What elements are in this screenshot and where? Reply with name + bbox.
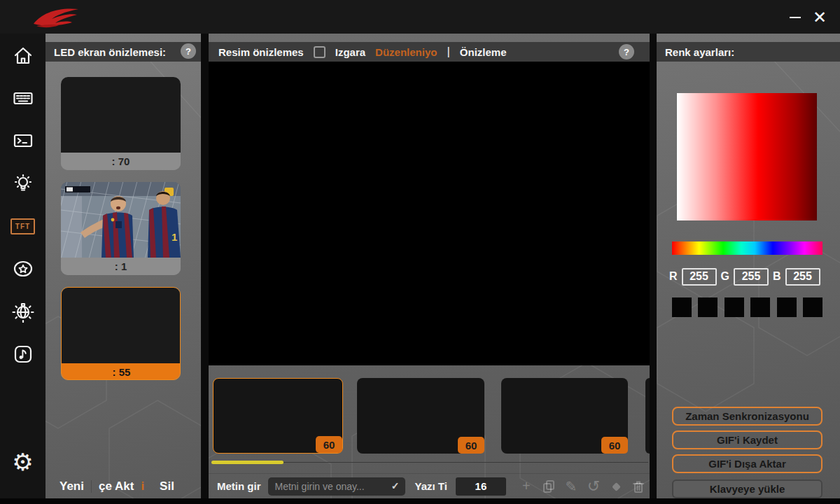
led-thumb-label-2: : 1 xyxy=(61,258,181,275)
r-label: R xyxy=(669,270,678,283)
led-thumb-black-3 xyxy=(62,288,181,363)
image-preview-label: Resim önizlemes xyxy=(218,46,304,58)
led-playlist-item-1[interactable]: : 70 xyxy=(61,77,181,170)
animation-frame-1-selected[interactable]: 60 xyxy=(213,378,343,454)
animation-frame-3[interactable]: 60 xyxy=(501,378,628,454)
new-button[interactable]: Yeni xyxy=(59,479,84,493)
home-icon xyxy=(13,46,34,66)
erase-frame-button[interactable] xyxy=(606,476,626,497)
copy-icon xyxy=(540,478,557,495)
sidebar-item-settings[interactable]: ⚙ xyxy=(0,447,46,477)
save-gif-button[interactable]: GIF'i Kaydet xyxy=(672,430,822,449)
delete-frame-button[interactable] xyxy=(628,476,649,497)
copy-frame-button[interactable] xyxy=(538,476,559,497)
pencil-icon: ✎ xyxy=(566,478,578,495)
import-button[interactable]: çe Akt xyxy=(99,479,134,493)
time-sync-button[interactable]: Zaman Senkronizasyonu xyxy=(672,407,822,426)
color-panel-header: Renk ayarları: xyxy=(657,42,840,62)
led-playlist-item-2[interactable]: 1 : 1 xyxy=(61,182,181,275)
b-input[interactable] xyxy=(785,268,820,286)
color-swatch-1[interactable] xyxy=(672,298,692,317)
sidebar-item-lighting[interactable] xyxy=(0,168,46,199)
sidebar-item-home[interactable] xyxy=(0,41,46,71)
saturation-value-picker[interactable] xyxy=(677,93,817,220)
music-note-icon xyxy=(13,344,34,365)
led-thumb-label-3: : 55 xyxy=(62,363,181,380)
led-panel-header: LED ekran önizlemesi: ? xyxy=(46,42,201,62)
add-frame-button[interactable]: + xyxy=(516,476,537,497)
color-swatch-2[interactable] xyxy=(698,298,718,317)
r-input[interactable] xyxy=(682,268,717,286)
led-playlist-item-3-selected[interactable]: : 55 xyxy=(61,287,181,380)
bottom-edge-strip xyxy=(0,498,840,504)
sidebar-item-tft[interactable]: TFT xyxy=(0,211,46,241)
led-thumb-soccer: 1 xyxy=(61,182,181,258)
sidebar-item-keyboard[interactable] xyxy=(0,83,46,113)
gear-icon: ⚙ xyxy=(12,450,33,474)
panel-divider-right xyxy=(650,34,657,498)
b-label: B xyxy=(773,270,781,283)
color-swatch-4[interactable] xyxy=(750,298,770,317)
sidebar-nav: TFT xyxy=(0,34,46,498)
led-help-button[interactable]: ? xyxy=(181,43,196,59)
close-button[interactable]: ✕ xyxy=(808,7,832,28)
editor-help-button[interactable]: ? xyxy=(619,44,634,59)
terminal-icon xyxy=(13,130,34,151)
delete-button[interactable]: Sil xyxy=(160,479,174,493)
trash-icon xyxy=(630,478,647,495)
panel-divider-left xyxy=(201,34,209,498)
text-input[interactable] xyxy=(268,477,405,496)
grid-checkbox[interactable] xyxy=(314,46,326,58)
g-input[interactable] xyxy=(734,268,769,286)
saved-color-swatches xyxy=(672,298,822,317)
upload-to-keyboard-button[interactable]: Klavyeye yükle xyxy=(672,479,822,498)
title-bar: ✕ xyxy=(0,0,840,34)
disco-globe-icon xyxy=(12,300,34,323)
star-badge-icon xyxy=(12,258,34,279)
sidebar-item-music[interactable] xyxy=(0,339,46,370)
color-swatch-6[interactable] xyxy=(803,298,822,317)
footer-divider xyxy=(91,480,92,493)
sidebar-item-profiles[interactable] xyxy=(0,253,46,284)
font-size-label: Yazı Ti xyxy=(415,480,447,492)
color-swatch-3[interactable] xyxy=(724,298,744,317)
undo-button[interactable]: ↺ xyxy=(583,476,604,497)
app-window: ✕ xyxy=(0,0,840,504)
sidebar-item-effects[interactable] xyxy=(0,296,46,327)
tft-icon: TFT xyxy=(10,218,35,234)
export-gif-button[interactable]: GIF'i Dışa Aktar xyxy=(672,454,822,473)
led-panel-title: LED ekran önizlemesi: xyxy=(54,46,166,58)
frame-scrollbar-thumb[interactable] xyxy=(211,461,284,464)
confirm-check-icon[interactable]: ✓ xyxy=(391,480,400,491)
led-drawing-canvas[interactable] xyxy=(209,62,650,365)
color-panel-title: Renk ayarları: xyxy=(665,46,734,58)
animation-frame-2[interactable]: 60 xyxy=(357,378,484,454)
undo-icon: ↺ xyxy=(587,477,600,496)
led-thumb-black-1 xyxy=(61,77,181,153)
minimize-button[interactable] xyxy=(785,10,805,25)
frame-scrollbar-track[interactable] xyxy=(284,462,648,463)
tab-preview[interactable]: Önizleme xyxy=(460,46,507,58)
sidebar-item-macro[interactable] xyxy=(0,125,46,156)
text-toolbar: Metin gir ✓ Yazı Ti + ✎ ↺ xyxy=(209,473,650,498)
hue-slider[interactable] xyxy=(672,241,822,255)
minimize-glyph xyxy=(790,17,801,18)
edit-frame-button[interactable]: ✎ xyxy=(561,476,582,497)
text-input-wrap: ✓ xyxy=(268,477,405,496)
led-footer-actions: Yeni çe Akt i Sil xyxy=(46,475,201,498)
lightbulb-icon xyxy=(13,173,34,194)
brand-claw-logo xyxy=(32,6,81,31)
led-preview-panel: LED ekran önizlemesi: ? : 70 xyxy=(46,34,201,498)
frame-tools: + ✎ ↺ xyxy=(516,476,649,497)
text-cursor-mark: i xyxy=(141,479,144,493)
color-swatch-5[interactable] xyxy=(777,298,797,317)
g-label: G xyxy=(721,270,729,283)
tab-divider: | xyxy=(447,45,449,59)
led-thumb-label-1: : 70 xyxy=(61,153,181,170)
tab-editing[interactable]: Düzenleniyo xyxy=(375,46,437,58)
font-size-input[interactable] xyxy=(456,477,506,496)
frame-duration-badge: 60 xyxy=(316,436,342,453)
editor-tab-bar: Resim önizlemes Izgara Düzenleniyo | Öni… xyxy=(209,42,650,62)
text-entry-label: Metin gir xyxy=(217,480,261,492)
frame-duration-badge: 60 xyxy=(601,437,628,454)
